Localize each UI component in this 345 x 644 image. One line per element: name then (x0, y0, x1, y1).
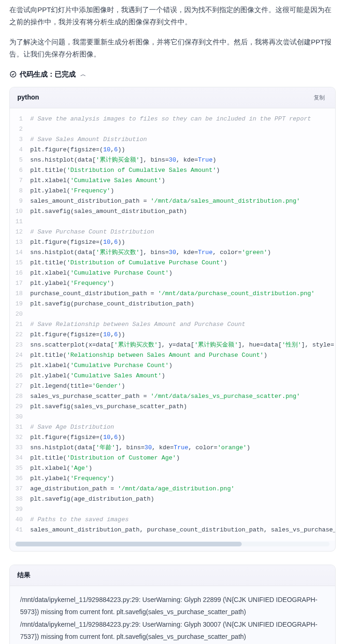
code-line: sns.histplot(data['年龄'], bins=30, kde=Tr… (30, 443, 328, 453)
line-number: 13 (15, 237, 23, 248)
code-line (30, 217, 328, 227)
code-line: plt.ylabel('Frequency') (30, 186, 328, 196)
copy-button[interactable]: 复制 (311, 92, 328, 103)
code-line: plt.savefig(sales_amount_distribution_pa… (30, 206, 328, 217)
line-number: 28 (15, 391, 23, 402)
code-line: plt.title('Distribution of Customer Age'… (30, 453, 328, 463)
code-body[interactable]: 1234567891011121314151617181920212223242… (10, 108, 335, 541)
line-number: 12 (15, 227, 23, 237)
code-line: # Save the analysis images to files so t… (30, 114, 328, 124)
code-line (30, 504, 328, 515)
line-number: 34 (15, 453, 23, 463)
code-lines: # Save the analysis images to files so t… (27, 108, 335, 541)
line-number: 26 (15, 371, 23, 381)
code-line (30, 309, 328, 319)
code-line: sns.histplot(data['累计购买金额'], bins=30, kd… (30, 155, 328, 165)
codegen-status-label: 代码生成：已完成 (20, 68, 76, 80)
line-number: 33 (15, 443, 23, 453)
code-line: sales_amount_distribution_path = '/mnt/d… (30, 196, 328, 206)
code-line: sales_vs_purchase_scatter_path = '/mnt/d… (30, 391, 328, 402)
line-number: 3 (15, 134, 23, 145)
line-number: 36 (15, 474, 23, 484)
code-header: python 复制 (10, 87, 335, 108)
line-number: 23 (15, 340, 23, 350)
code-line: plt.figure(figsize=(10,6)) (30, 432, 328, 443)
line-number: 14 (15, 248, 23, 258)
line-number: 31 (15, 422, 23, 432)
line-number: 38 (15, 494, 23, 504)
horizontal-scrollbar[interactable] (15, 542, 330, 546)
line-number: 32 (15, 432, 23, 443)
line-number: 4 (15, 145, 23, 155)
line-number: 1 (15, 114, 23, 124)
code-line: plt.title('Relationship between Sales Am… (30, 350, 328, 361)
code-line: # Save Sales Amount Distribution (30, 134, 328, 145)
line-number: 41 (15, 525, 23, 535)
svg-point-0 (10, 71, 16, 77)
line-number: 20 (15, 309, 23, 319)
code-line: sns.histplot(data['累计购买次数'], bins=30, kd… (30, 248, 328, 258)
line-number: 22 (15, 330, 23, 340)
code-line: # Save Age Distribution (30, 422, 328, 432)
code-line (30, 412, 328, 422)
line-number: 16 (15, 268, 23, 278)
code-line: plt.xlabel('Cumulative Sales Amount') (30, 176, 328, 186)
line-number: 9 (15, 196, 23, 206)
code-line: plt.title('Distribution of Cumulative Sa… (30, 165, 328, 176)
code-line: plt.figure(figsize=(10,6)) (30, 145, 328, 155)
result-body: /mnt/data/ipykernel_11/929884223.py:29: … (10, 586, 335, 644)
line-number-gutter: 1234567891011121314151617181920212223242… (10, 108, 27, 541)
result-block: 结果 /mnt/data/ipykernel_11/929884223.py:2… (9, 565, 336, 644)
code-line: plt.title('Distribution of Cumulative Pu… (30, 258, 328, 268)
code-line: plt.ylabel('Cumulative Sales Amount') (30, 371, 328, 381)
line-number: 25 (15, 361, 23, 371)
line-number: 17 (15, 278, 23, 289)
code-line: # Save Relationship between Sales Amount… (30, 319, 328, 330)
line-number: 40 (15, 515, 23, 525)
code-line: plt.ylabel('Frequency') (30, 474, 328, 484)
code-line: plt.legend(title='Gender') (30, 381, 328, 391)
line-number: 35 (15, 463, 23, 474)
chevron-up-icon: ︿ (80, 70, 86, 79)
line-number: 6 (15, 165, 23, 176)
line-number: 21 (15, 319, 23, 330)
line-number: 5 (15, 155, 23, 165)
line-number: 37 (15, 484, 23, 494)
line-number: 11 (15, 217, 23, 227)
code-line: plt.savefig(age_distribution_path) (30, 494, 328, 504)
line-number: 7 (15, 176, 23, 186)
line-number: 8 (15, 186, 23, 196)
line-number: 19 (15, 299, 23, 309)
code-language-label: python (17, 92, 39, 103)
line-number: 30 (15, 412, 23, 422)
code-line: # Paths to the saved images (30, 515, 328, 525)
code-line: plt.savefig(sales_vs_purchase_scatter_pa… (30, 402, 328, 412)
code-block: python 复制 123456789101112131415161718192… (9, 87, 336, 552)
scrollbar-thumb[interactable] (15, 542, 242, 546)
line-number: 39 (15, 504, 23, 515)
line-number: 29 (15, 402, 23, 412)
code-line: plt.ylabel('Frequency') (30, 278, 328, 289)
code-line: # Save Purchase Count Distribution (30, 227, 328, 237)
assistant-paragraph-2: 为了解决这个问题，我需要重新生成分析图像，并将它们保存到文件中。然后，我将再次尝… (9, 36, 336, 60)
code-line: purchase_count_distribution_path = '/mnt… (30, 289, 328, 299)
line-number: 15 (15, 258, 23, 268)
code-line: plt.xlabel('Age') (30, 463, 328, 474)
line-number: 10 (15, 206, 23, 217)
line-number: 18 (15, 289, 23, 299)
code-line: plt.xlabel('Cumulative Purchase Count') (30, 361, 328, 371)
code-line: plt.savefig(purchase_count_distribution_… (30, 299, 328, 309)
codegen-status[interactable]: 代码生成：已完成 ︿ (9, 68, 336, 80)
line-number: 24 (15, 350, 23, 361)
code-line (30, 124, 328, 134)
line-number: 27 (15, 381, 23, 391)
code-line: sns.scatterplot(x=data['累计购买次数'], y=data… (30, 340, 328, 350)
code-line: plt.figure(figsize=(10,6)) (30, 237, 328, 248)
assistant-paragraph-1: 在尝试向PPT幻灯片中添加图像时，我遇到了一个错误，因为找不到指定的图像文件。这… (9, 4, 336, 28)
result-header: 结果 (10, 565, 335, 586)
code-line: age_distribution_path = '/mnt/data/age_d… (30, 484, 328, 494)
line-number: 2 (15, 124, 23, 134)
check-circle-icon (9, 71, 17, 78)
code-line: sales_amount_distribution_path, purchase… (30, 525, 328, 535)
code-line: plt.figure(figsize=(10,6)) (30, 330, 328, 340)
